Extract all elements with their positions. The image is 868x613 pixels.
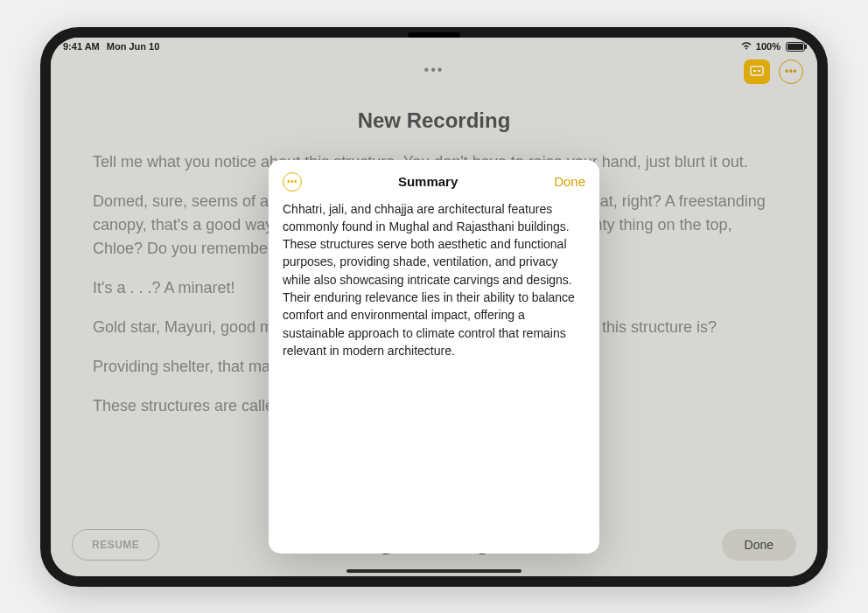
summary-header: ••• Summary Done (269, 160, 599, 200)
status-bar: 9:41 AM Mon Jun 10 100% (51, 38, 817, 52)
status-date: Mon Jun 10 (107, 41, 160, 52)
summary-title: Summary (302, 174, 554, 189)
summary-body: Chhatri, jali, and chhajja are architect… (269, 200, 599, 374)
battery-icon (786, 42, 805, 52)
toolbar: ••• ••• (51, 52, 817, 87)
more-options-icon[interactable]: ••• (779, 59, 803, 84)
done-button[interactable]: Done (722, 529, 796, 561)
svg-rect-1 (753, 70, 756, 72)
ipad-device-frame: 9:41 AM Mon Jun 10 100% ••• (40, 27, 828, 587)
recording-title: New Recording (51, 108, 817, 133)
status-time: 9:41 AM (63, 41, 100, 52)
summary-sheet: ••• Summary Done Chhatri, jali, and chha… (269, 160, 599, 554)
battery-pct: 100% (756, 41, 780, 52)
summary-done-button[interactable]: Done (554, 174, 585, 189)
toolbar-ellipsis-icon[interactable]: ••• (424, 62, 444, 78)
svg-rect-2 (758, 70, 760, 72)
device-notch (408, 32, 460, 38)
screen: 9:41 AM Mon Jun 10 100% ••• (51, 38, 817, 576)
summary-more-icon[interactable]: ••• (283, 172, 302, 192)
resume-button[interactable]: RESUME (72, 529, 159, 561)
svg-rect-0 (751, 66, 763, 75)
home-indicator[interactable] (346, 569, 522, 573)
wifi-icon (740, 41, 752, 52)
transcript-button[interactable] (744, 59, 770, 84)
